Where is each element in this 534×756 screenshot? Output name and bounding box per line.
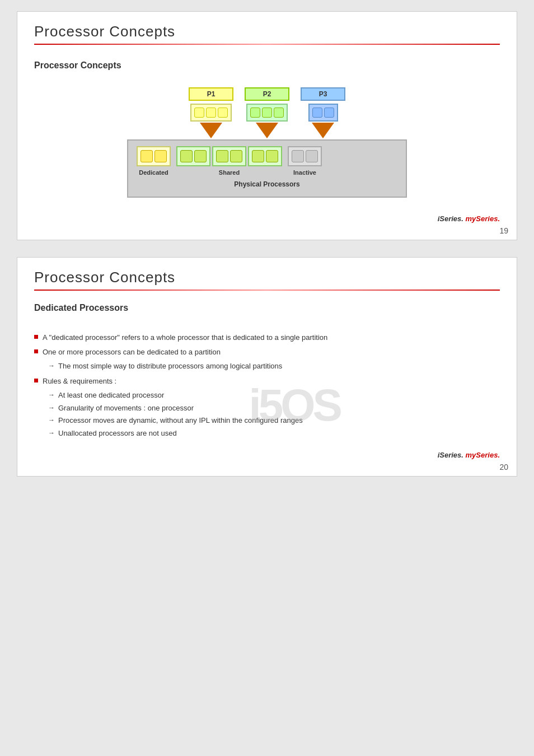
slide-19-heading: Processor Concepts: [34, 60, 500, 71]
p2-procs: [246, 104, 288, 122]
slide-19-content: Processor Concepts P1: [34, 55, 500, 203]
proc-chip: [194, 108, 204, 118]
phys-chip: [230, 150, 242, 162]
proc-chip: [250, 108, 260, 118]
p3-procs: [308, 104, 338, 122]
arrow-p2: [245, 123, 289, 138]
bullet-2-sub-1-text: The most simple way to distribute proces…: [58, 361, 282, 372]
svg-marker-2: [312, 123, 334, 138]
phys-chip: [292, 150, 304, 162]
shared-label: Shared: [219, 169, 240, 176]
bullet-section-3: Rules & requirements : → At least one de…: [34, 376, 500, 440]
proc-chip: [218, 108, 228, 118]
p2-label: P2: [245, 87, 289, 101]
arrow-bullet-icon: →: [48, 428, 55, 438]
bullet-3-sub-1: → At least one dedicated processor: [48, 390, 500, 402]
bullet-3-sub-2: → Granularity of movements : one process…: [48, 403, 500, 414]
footer-myseries: mySeries.: [463, 214, 500, 223]
arrow-bullet-icon: →: [48, 361, 55, 371]
bullet-square: [34, 335, 38, 339]
shared-chips-3: [248, 146, 282, 166]
bullet-3-sub-2-text: Granularity of movements : one processor: [58, 403, 194, 414]
slide-20-title: Processor Concepts: [34, 269, 500, 286]
bullet-square: [34, 379, 38, 382]
phys-chip: [140, 150, 153, 162]
arrows-row: [189, 123, 345, 138]
partition-p2: P2: [245, 87, 289, 122]
slide-19-title-bar: [34, 44, 500, 45]
dedicated-chips: [137, 146, 171, 166]
bullet-3-sub-4-text: Unallocated processors are not used: [58, 428, 177, 440]
proc-chip: [324, 108, 334, 118]
bullet-section-2: One or more processors can be dedicated …: [34, 347, 500, 372]
slide-20: Processor Concepts Dedicated Processors …: [17, 257, 517, 477]
bullet-1-text: A "dedicated processor" refers to a whol…: [43, 332, 327, 344]
bullet-2-sub-1: → The most simple way to distribute proc…: [48, 361, 500, 372]
shared-group: Shared: [176, 146, 282, 176]
bullet-2-text: One or more processors can be dedicated …: [43, 347, 221, 358]
bullet-1: A "dedicated processor" refers to a whol…: [34, 332, 500, 344]
proc-chip: [262, 108, 272, 118]
proc-chip: [274, 108, 284, 118]
shared-chips-2: [212, 146, 246, 166]
slide-19-number: 19: [499, 226, 508, 235]
phys-chip: [216, 150, 228, 162]
arrow-p1: [189, 123, 233, 138]
footer-brand-19: iSeries. mySeries.: [34, 214, 500, 223]
slide-19: Processor Concepts Processor Concepts P1: [17, 11, 517, 240]
footer-brand-20: iSeries. mySeries.: [34, 451, 500, 459]
phys-chip: [194, 150, 207, 162]
svg-marker-0: [200, 123, 222, 138]
slide-19-title: Processor Concepts: [34, 23, 500, 40]
footer-myseries-20: mySeries.: [463, 451, 500, 459]
page: Processor Concepts Processor Concepts P1: [0, 0, 534, 505]
arrow-bullet-icon: →: [48, 403, 55, 413]
slide-20-title-bar: [34, 290, 500, 291]
diagram-area: P1 P2: [99, 87, 435, 198]
shared-chips-1: [176, 146, 210, 166]
phys-chip: [154, 150, 167, 162]
bullet-3-sub-3: → Processor moves are dynamic, without a…: [48, 415, 500, 427]
shared-chips-container: [176, 146, 282, 166]
footer-iseries: iSeries.: [438, 214, 463, 223]
phys-chip: [306, 150, 318, 162]
p1-label: P1: [189, 87, 233, 101]
inactive-chips: [288, 146, 322, 166]
arrow-p3: [301, 123, 345, 138]
bullet-3-sub-4: → Unallocated processors are not used: [48, 428, 500, 440]
inactive-group: Inactive: [288, 146, 322, 176]
arrow-bullet-icon: →: [48, 390, 55, 400]
arrow-bullet-icon: →: [48, 415, 55, 426]
p3-label: P3: [301, 87, 345, 101]
partitions-row: P1 P2: [189, 87, 345, 122]
physical-inner: Dedicated: [137, 146, 397, 176]
phys-chip: [266, 150, 278, 162]
bullet-3: Rules & requirements :: [34, 376, 500, 388]
physical-title: Physical Processors: [137, 180, 397, 188]
proc-chip: [206, 108, 216, 118]
bullet-3-sub-3-text: Processor moves are dynamic, without any…: [58, 415, 303, 427]
slide-20-content: Dedicated Processors A "dedicated proces…: [34, 301, 500, 440]
footer-iseries-20: iSeries.: [438, 451, 463, 459]
p1-procs: [190, 104, 232, 122]
dedicated-group: Dedicated: [137, 146, 171, 176]
slide-20-heading: Dedicated Processors: [34, 301, 500, 315]
physical-area: Dedicated: [127, 139, 407, 198]
svg-marker-1: [256, 123, 278, 138]
phys-chip: [180, 150, 193, 162]
inactive-label: Inactive: [293, 169, 316, 176]
dedicated-label: Dedicated: [139, 169, 168, 176]
slide-20-number: 20: [499, 463, 508, 472]
bullet-square: [34, 349, 38, 353]
partition-p3: P3: [301, 87, 345, 122]
bullet-3-text: Rules & requirements :: [43, 376, 116, 388]
proc-chip: [312, 108, 322, 118]
bullet-2: One or more processors can be dedicated …: [34, 347, 500, 358]
partition-p1: P1: [189, 87, 233, 122]
bullet-3-sub-1-text: At least one dedicated processor: [58, 390, 164, 402]
phys-chip: [252, 150, 264, 162]
bullet-section-1: A "dedicated processor" refers to a whol…: [34, 332, 500, 344]
